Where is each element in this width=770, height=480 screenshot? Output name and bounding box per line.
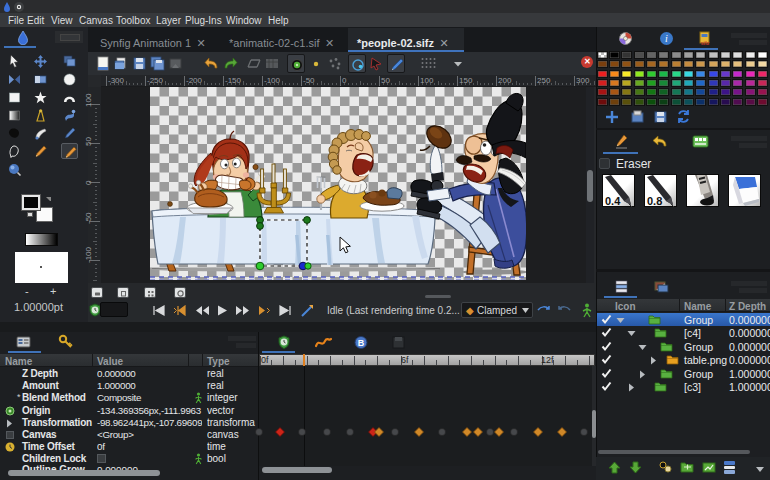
svg-text:0.4: 0.4 bbox=[605, 195, 621, 207]
svg-text:sifz: sifz bbox=[701, 40, 710, 46]
svg-text:B: B bbox=[358, 338, 365, 348]
svg-text:0.8: 0.8 bbox=[647, 195, 662, 207]
svg-text:i: i bbox=[665, 33, 668, 44]
